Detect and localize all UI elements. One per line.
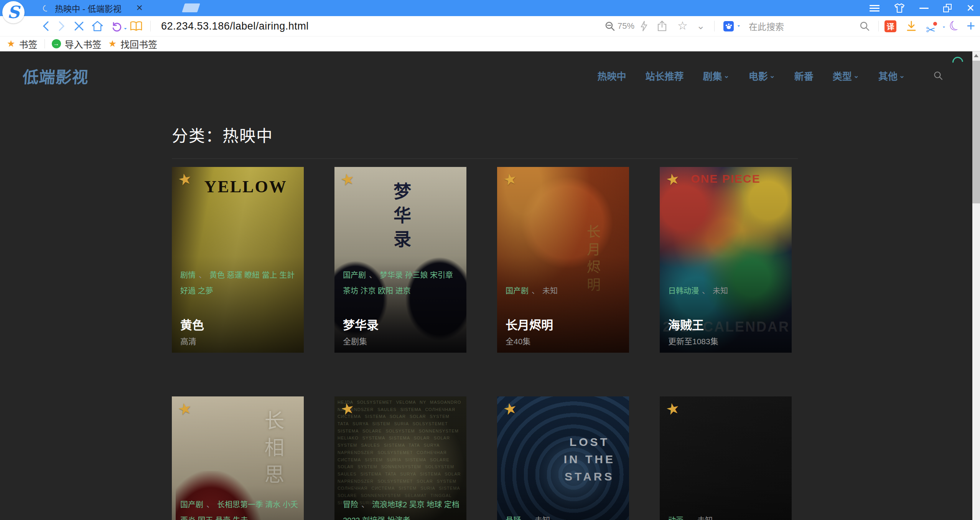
star-badge-icon: ★ [339, 170, 356, 188]
address-bar-url[interactable]: 62.234.53.186/label/airing.html [161, 20, 309, 32]
share-icon[interactable] [657, 20, 667, 32]
night-mode-icon[interactable]: ☾ [947, 17, 963, 34]
card-title[interactable]: 黄色 [180, 315, 204, 333]
divider [172, 158, 798, 159]
star-badge-icon: ★ [176, 170, 193, 188]
card-tags: 冒险、流浪地球2 吴京 地球 定档 2023 刘培强 扮演者 [343, 497, 461, 520]
tab-title: 热映中 - 低端影视 [55, 2, 122, 14]
sogou-browser-logo[interactable]: S [2, 1, 25, 23]
toolbar-separator [878, 21, 879, 31]
back-button-icon[interactable] [41, 20, 50, 32]
undo-refresh-icon[interactable] [110, 20, 122, 32]
restore-button[interactable] [943, 4, 952, 12]
movie-card[interactable]: HEJDA SOLSYSTEMET VELOMA NY MASOANDRO NA… [334, 396, 466, 520]
recover-bookmarks-item[interactable]: ★ 找回书签 [109, 37, 158, 51]
bookmark-star-icon: ★ [109, 39, 117, 48]
movie-card-grid: YELLOW ★ 剧情、黄色 惡運 瞭紐 當上 生計 好過 之夢 黄色 高清 梦… [172, 167, 798, 520]
toolbar-separator [150, 21, 151, 31]
card-tags: 国产剧、长相思第一季 清水 小夭 西炎 国王 悬壶 失去 [180, 497, 298, 520]
movie-card[interactable]: YELLOW ★ 剧情、黄色 惡運 瞭紐 當上 生計 好過 之夢 黄色 高清 [172, 167, 304, 353]
tab-loading-spinner-icon [42, 3, 51, 12]
minimize-button[interactable] [919, 8, 929, 9]
card-subtitle: 全剧集 [343, 335, 367, 347]
star-badge-icon: ★ [339, 400, 356, 418]
translate-button[interactable]: 译 [884, 20, 896, 32]
movie-card[interactable]: LOST IN THE STARS ★ 悬疑、未知 [497, 396, 629, 520]
screenshot-scissors-button[interactable]: ✂ [926, 24, 936, 36]
scrollbar-thumb[interactable] [972, 61, 980, 203]
browser-toolbar: 62.234.53.186/label/airing.html 75% ☆ ⌄ … [0, 16, 980, 36]
reader-mode-icon[interactable] [130, 21, 143, 31]
star-badge-icon: ★ [664, 170, 681, 188]
search-submit-icon[interactable] [859, 21, 870, 31]
browser-menu-icon[interactable] [870, 3, 880, 13]
home-button-icon[interactable] [91, 20, 104, 32]
card-tags: 日韩动漫、未知 [668, 283, 786, 299]
nav-new-anime[interactable]: 新番 [794, 69, 814, 83]
card-tags: 动画、未知 [668, 513, 786, 520]
close-button[interactable]: ✕ [966, 3, 975, 13]
new-tab-button[interactable] [182, 3, 200, 12]
chevron-down-icon: ⌄ [899, 71, 905, 80]
card-subtitle: 高清 [180, 335, 196, 347]
skin-theme-icon[interactable] [894, 3, 905, 13]
toolbar-separator [714, 21, 715, 31]
star-badge-icon: ★ [664, 400, 681, 418]
genre-tag[interactable]: 悬疑 [506, 516, 521, 520]
tab-close-icon[interactable]: ✕ [136, 4, 143, 12]
webpage-viewport: 低端影视 热映中 站长推荐 剧集⌄ 电影⌄ 新番 类型⌄ 其他⌄ 分类：热映中 … [0, 51, 980, 520]
movie-card[interactable]: 长月烬明 ★ 国产剧、未知 长月烬明 全40集 [497, 167, 629, 353]
import-bookmarks-label: 导入书签 [65, 37, 102, 51]
speed-lightning-icon[interactable] [640, 20, 648, 32]
card-title[interactable]: 梦华录 [343, 315, 379, 333]
search-input[interactable]: 在此搜索 [749, 20, 784, 33]
scissors-dropdown-icon[interactable] [942, 26, 946, 28]
import-bookmarks-item[interactable]: → 导入书签 [52, 37, 102, 51]
scrollbar-up-arrow[interactable] [972, 51, 980, 60]
favorites-dropdown-icon[interactable]: ⌄ [697, 21, 705, 31]
movie-card[interactable]: 长相思 ★ 国产剧、长相思第一季 清水 小夭 西炎 国王 悬壶 失去 [172, 396, 304, 520]
nav-genres[interactable]: 类型⌄ [833, 69, 859, 83]
baidu-paw-icon [723, 21, 734, 31]
card-title[interactable]: 长月烬明 [506, 315, 553, 333]
nav-recommend[interactable]: 站长推荐 [646, 69, 684, 83]
zoom-out-icon[interactable] [604, 21, 615, 31]
site-search-icon[interactable] [933, 71, 943, 81]
chevron-down-icon: ⌄ [724, 71, 730, 80]
bookmarks-separator [44, 39, 45, 48]
nav-airing[interactable]: 热映中 [598, 69, 626, 83]
forward-button-icon[interactable] [58, 20, 66, 32]
search-engine-selector[interactable] [723, 21, 741, 31]
genre-tag[interactable]: 国产剧 [506, 287, 529, 295]
import-arrow-icon: → [52, 39, 61, 48]
genre-tag[interactable]: 动画 [668, 516, 684, 520]
keyword-tags: 未知 [535, 516, 550, 520]
download-icon[interactable] [906, 20, 917, 32]
nav-series[interactable]: 剧集⌄ [703, 69, 730, 83]
stop-loading-icon[interactable] [74, 21, 84, 31]
undo-dropdown-icon[interactable] [124, 28, 127, 30]
page-scrollbar[interactable] [972, 51, 980, 520]
movie-card[interactable]: 梦华录 ★ 国产剧、梦华录 孙三娘 宋引章 茶坊 汴京 欧阳 进京 梦华录 全剧… [334, 167, 466, 353]
genre-tag[interactable]: 日韩动漫 [668, 287, 699, 295]
movie-card[interactable]: ONE PIECE 2023 CALENDAR ★ 日韩动漫、未知 海贼王 更新… [660, 167, 792, 353]
card-title[interactable]: 海贼王 [668, 315, 704, 333]
nav-movies[interactable]: 电影⌄ [749, 69, 775, 83]
add-extension-icon[interactable]: + [967, 18, 975, 33]
genre-tag[interactable]: 国产剧 [180, 500, 203, 509]
nav-others[interactable]: 其他⌄ [878, 69, 905, 83]
movie-card[interactable]: ★ 动画、未知 [660, 396, 792, 520]
recover-bookmarks-label: 找回书签 [120, 37, 157, 51]
site-logo[interactable]: 低端影视 [22, 64, 89, 87]
genre-tag[interactable]: 国产剧 [343, 271, 366, 279]
chevron-down-icon: ⌄ [769, 71, 775, 80]
notification-dot [933, 22, 937, 26]
card-tags: 剧情、黄色 惡運 瞭紐 當上 生計 好過 之夢 [180, 267, 298, 299]
site-header: 低端影视 热映中 站长推荐 剧集⌄ 电影⌄ 新番 类型⌄ 其他⌄ [0, 51, 980, 100]
genre-tag[interactable]: 冒险 [343, 500, 358, 509]
browser-tab[interactable]: 热映中 - 低端影视 ✕ [43, 0, 166, 16]
favorite-star-icon[interactable]: ☆ [677, 20, 688, 31]
zoom-level-label[interactable]: 75% [618, 21, 634, 31]
bookmark-item[interactable]: ★ 书签 [7, 37, 38, 51]
genre-tag[interactable]: 剧情 [180, 271, 196, 279]
